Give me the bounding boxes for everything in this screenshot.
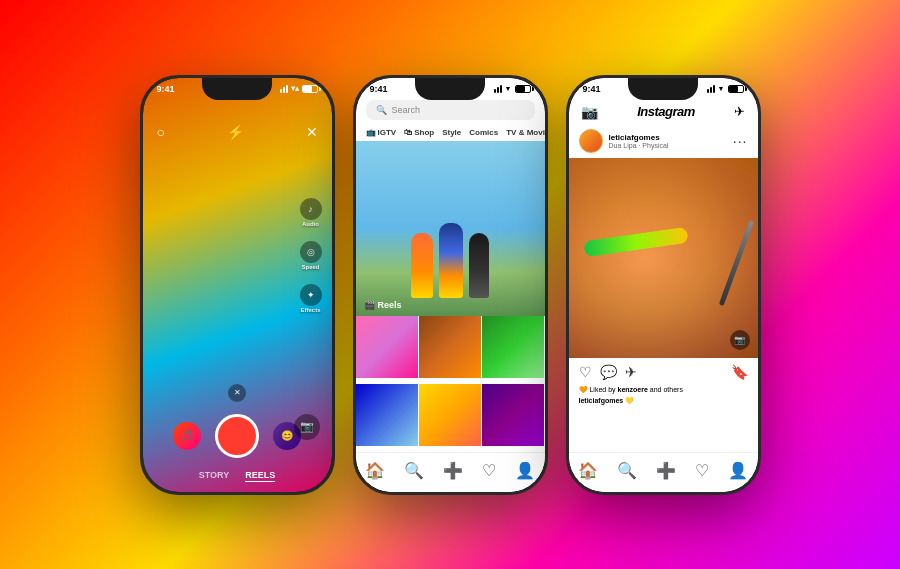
grid-item-1[interactable] (356, 316, 418, 378)
post-image[interactable]: 📷 (569, 158, 758, 358)
share-button[interactable]: ✈ (625, 364, 637, 380)
nav-home-2[interactable]: 🏠 (365, 461, 385, 480)
audio-tool[interactable]: ♪ Audio (300, 198, 322, 227)
battery-icon-3 (728, 85, 744, 93)
time-3: 9:41 (583, 84, 601, 94)
dancers (411, 223, 489, 298)
nav-heart-2[interactable]: ♡ (482, 461, 496, 480)
wifi-icon-3: ▼ (718, 85, 725, 92)
nav-profile-2[interactable]: 👤 (515, 461, 535, 480)
post-sublabel: Dua Lipa · Physical (609, 142, 727, 149)
category-bar: 📺 IGTV 🛍 Shop Style Comics TV & Movie (356, 124, 545, 141)
cat-igtv[interactable]: 📺 IGTV (366, 128, 397, 137)
nav-add-2[interactable]: ➕ (443, 461, 463, 480)
reels-mode[interactable]: REELS (245, 470, 275, 482)
search-input[interactable]: Search (392, 105, 421, 115)
speed-tool[interactable]: ◎ Speed (300, 241, 322, 270)
bottom-nav-3: 🏠 🔍 ➕ ♡ 👤 (569, 452, 758, 492)
status-icons-2: ▼ (494, 85, 531, 93)
main-video: 🎬 Reels (356, 141, 545, 316)
close-icon[interactable]: ✕ (306, 124, 318, 140)
signal-icon-3 (707, 85, 715, 93)
grid-item-5[interactable] (419, 384, 481, 446)
side-tools: ♪ Audio ◎ Speed ✦ Effects (300, 198, 322, 313)
story-mode[interactable]: STORY (199, 470, 230, 482)
grid-item-6[interactable] (482, 384, 544, 446)
nav-heart-3[interactable]: ♡ (695, 461, 709, 480)
reels-icon: 🎬 (364, 300, 375, 310)
circle-icon[interactable]: ○ (157, 124, 165, 140)
send-icon[interactable]: ✈ (734, 104, 745, 119)
signal-icon-2 (494, 85, 502, 93)
music-button[interactable]: 🎵 (173, 422, 201, 450)
wifi-icon-2: ▼ (505, 85, 512, 92)
time-1: 9:41 (157, 84, 175, 94)
nav-add-3[interactable]: ➕ (656, 461, 676, 480)
notch-3 (628, 78, 698, 100)
cat-style[interactable]: Style (442, 128, 461, 137)
nav-search-3[interactable]: 🔍 (617, 461, 637, 480)
search-bar[interactable]: 🔍 Search (366, 100, 535, 120)
bookmark-button[interactable]: 🔖 (731, 364, 748, 380)
camera-overlay-icon: 📷 (730, 330, 750, 350)
status-icons-3: ▼ (707, 85, 744, 93)
signal-icon-1 (280, 85, 288, 93)
search-icon: 🔍 (376, 105, 387, 115)
flip-camera-button[interactable]: 📷 (294, 414, 320, 440)
post-header: leticiafgomes Dua Lipa · Physical ··· (569, 124, 758, 158)
shop-icon: 🛍 (404, 128, 412, 137)
explore-grid (356, 316, 545, 452)
cat-shop[interactable]: 🛍 Shop (404, 128, 434, 137)
nav-home-3[interactable]: 🏠 (578, 461, 598, 480)
reels-label: 🎬 Reels (364, 300, 402, 310)
camera-header-icon[interactable]: 📷 (581, 104, 598, 120)
battery-icon-2 (515, 85, 531, 93)
instagram-logo: Instagram (637, 104, 695, 119)
phone-3-instagram: 9:41 ▼ 📷 Instagram ✈ (566, 75, 761, 495)
phone-1-camera: 9:41 ▾▴ ○ ⚡ ✕ ♪ (140, 75, 335, 495)
flash-icon[interactable]: ⚡ (227, 124, 244, 140)
grid-item-3[interactable] (482, 316, 544, 378)
notch-1 (202, 78, 272, 100)
nav-search-2[interactable]: 🔍 (404, 461, 424, 480)
comment-button[interactable]: 💬 (600, 364, 617, 380)
bottom-nav-2: 🏠 🔍 ➕ ♡ 👤 (356, 452, 545, 492)
like-button[interactable]: ♡ (579, 364, 592, 380)
camera-bottom: ✕ 🎵 😊 📷 STORY REELS (143, 384, 332, 492)
notch-2 (415, 78, 485, 100)
post-caption: leticiafgomes 💛 (569, 397, 758, 409)
instagram-header: 📷 Instagram ✈ (569, 96, 758, 124)
left-actions: ♡ 💬 ✈ (579, 364, 731, 380)
battery-icon-1 (302, 85, 318, 93)
effects-tool[interactable]: ✦ Effects (300, 284, 322, 313)
post-actions: ♡ 💬 ✈ 🔖 (569, 358, 758, 386)
nav-profile-3[interactable]: 👤 (728, 461, 748, 480)
camera-top-controls: ○ ⚡ ✕ (143, 116, 332, 144)
status-icons-1: ▾▴ (280, 84, 318, 93)
grid-item-4[interactable] (356, 384, 418, 446)
phone-2-explore: 9:41 ▼ 🔍 Search 📺 (353, 75, 548, 495)
cat-comics[interactable]: Comics (469, 128, 498, 137)
makeup-overlay (569, 158, 758, 358)
igtv-icon: 📺 (366, 128, 376, 137)
user-info: leticiafgomes Dua Lipa · Physical (609, 133, 727, 149)
record-button[interactable] (215, 414, 259, 458)
post-more-button[interactable]: ··· (733, 133, 748, 149)
mode-bar: STORY REELS (143, 466, 332, 492)
wifi-icon-1: ▾▴ (291, 84, 299, 93)
cancel-button[interactable]: ✕ (228, 384, 246, 402)
time-2: 9:41 (370, 84, 388, 94)
user-avatar[interactable] (579, 129, 603, 153)
cat-tv[interactable]: TV & Movie (506, 128, 544, 137)
grid-item-2[interactable] (419, 316, 481, 378)
post-username[interactable]: leticiafgomes (609, 133, 727, 142)
likes-text: 🧡 Liked by kenzoere and others (569, 386, 758, 397)
